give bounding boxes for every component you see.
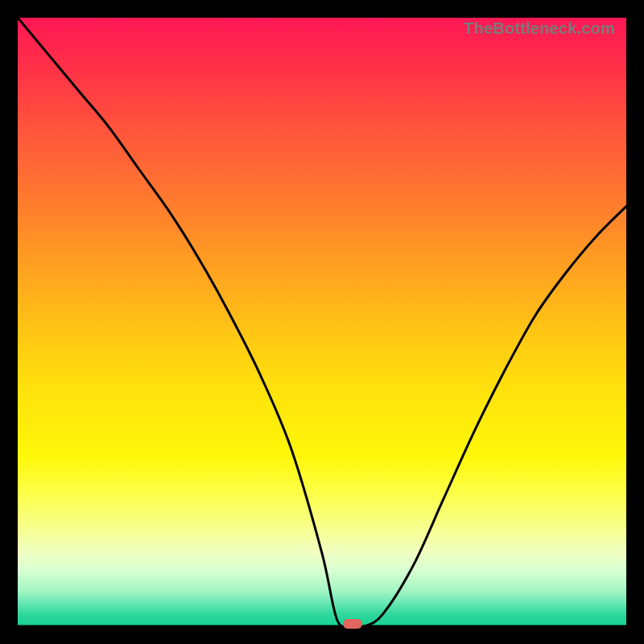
plot-area: TheBottleneck.com [18,18,626,626]
chart-frame: TheBottleneck.com [0,0,644,644]
bottleneck-curve [18,18,626,626]
optimal-point-marker [343,619,362,629]
